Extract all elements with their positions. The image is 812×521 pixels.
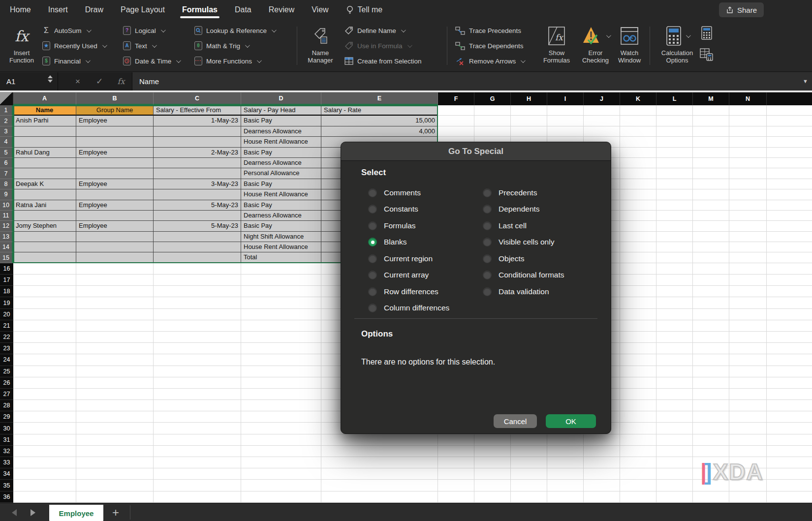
grid-cell[interactable] xyxy=(656,158,693,168)
row-header[interactable]: 21 xyxy=(0,320,13,332)
grid-cell[interactable] xyxy=(76,446,154,457)
grid-cell[interactable] xyxy=(76,286,154,297)
grid-cell[interactable] xyxy=(693,320,729,332)
grid-cell[interactable] xyxy=(729,189,767,200)
grid-cell[interactable] xyxy=(511,116,547,126)
radio-icon[interactable] xyxy=(483,254,492,263)
grid-cell[interactable] xyxy=(656,116,693,126)
grid-cell[interactable] xyxy=(767,263,812,275)
grid-cell[interactable] xyxy=(620,457,656,468)
grid-cell[interactable] xyxy=(656,400,693,411)
grid-cell[interactable] xyxy=(729,179,767,189)
radio-icon[interactable] xyxy=(483,238,492,246)
grid-cell[interactable] xyxy=(154,158,241,168)
grid-cell[interactable] xyxy=(241,389,321,400)
show-formulas-button[interactable]: fx Show Formulas xyxy=(537,23,576,64)
tab-view[interactable]: View xyxy=(312,0,328,20)
grid-cell[interactable] xyxy=(13,320,76,332)
radio-icon[interactable] xyxy=(368,287,377,296)
column-header[interactable]: B xyxy=(76,92,154,105)
grid-cell[interactable] xyxy=(241,480,321,491)
grid-cell[interactable] xyxy=(693,211,729,221)
grid-cell[interactable]: Employee xyxy=(76,179,154,189)
row-header[interactable]: 33 xyxy=(0,457,13,468)
tab-page-layout[interactable]: Page Layout xyxy=(121,0,165,20)
grid-cell[interactable] xyxy=(656,252,693,263)
grid-cell[interactable] xyxy=(620,354,656,366)
grid-cell[interactable] xyxy=(620,275,656,286)
grid-cell[interactable] xyxy=(693,434,729,446)
grid-cell[interactable] xyxy=(620,211,656,221)
grid-cell[interactable] xyxy=(76,354,154,366)
grid-cell[interactable]: Salary - Pay Head xyxy=(241,105,321,116)
grid-cell[interactable] xyxy=(584,457,620,468)
grid-cell[interactable] xyxy=(620,423,656,434)
grid-cell[interactable] xyxy=(767,221,812,231)
grid-cell[interactable] xyxy=(729,309,767,320)
grid-cell[interactable] xyxy=(656,377,693,389)
radio-option-precedents[interactable]: Precedents xyxy=(483,184,564,201)
grid-cell[interactable] xyxy=(154,480,241,491)
grid-cell[interactable] xyxy=(13,309,76,320)
column-header[interactable]: G xyxy=(474,92,511,105)
grid-cell[interactable] xyxy=(767,211,812,221)
grid-cell[interactable] xyxy=(76,168,154,179)
grid-cell[interactable]: Basic Pay xyxy=(241,221,321,231)
grid-cell[interactable] xyxy=(438,468,474,480)
grid-cell[interactable] xyxy=(729,286,767,297)
grid-cell[interactable] xyxy=(693,252,729,263)
radio-option-column-differences[interactable]: Column differences xyxy=(368,300,449,317)
grid-cell[interactable]: Rahul Dang xyxy=(13,148,76,158)
grid-cell[interactable]: Basic Pay xyxy=(241,200,321,211)
grid-cell[interactable] xyxy=(620,332,656,343)
radio-option-current-region[interactable]: Current region xyxy=(368,250,449,267)
grid-cell[interactable] xyxy=(13,366,76,377)
name-manager-button[interactable]: Name Manager xyxy=(301,23,340,64)
grid-cell[interactable] xyxy=(767,286,812,297)
grid-cell[interactable] xyxy=(767,457,812,468)
more-functions-button[interactable]: ··· More Functions xyxy=(194,55,260,67)
grid-cell[interactable] xyxy=(241,275,321,286)
grid-cell[interactable] xyxy=(154,168,241,179)
grid-cell[interactable] xyxy=(767,168,812,179)
grid-cell[interactable] xyxy=(584,480,620,491)
grid-cell[interactable] xyxy=(241,297,321,308)
calculate-sheet-button[interactable] xyxy=(700,48,714,61)
radio-option-blanks[interactable]: Blanks xyxy=(368,234,449,251)
grid-cell[interactable] xyxy=(241,332,321,343)
grid-cell[interactable] xyxy=(13,232,76,242)
row-header[interactable]: 13 xyxy=(0,232,13,242)
grid-cell[interactable] xyxy=(13,354,76,366)
grid-cell[interactable] xyxy=(474,468,511,480)
grid-cell[interactable] xyxy=(154,468,241,480)
grid-cell[interactable] xyxy=(767,189,812,200)
grid-cell[interactable] xyxy=(767,126,812,137)
grid-cell[interactable] xyxy=(584,126,620,137)
grid-cell[interactable] xyxy=(656,457,693,468)
grid-cell[interactable] xyxy=(620,126,656,137)
grid-cell[interactable] xyxy=(438,491,474,503)
grid-cell[interactable] xyxy=(620,105,656,116)
grid-cell[interactable] xyxy=(693,389,729,400)
grid-cell[interactable] xyxy=(241,343,321,354)
grid-cell[interactable] xyxy=(154,366,241,377)
grid-cell[interactable] xyxy=(693,366,729,377)
grid-cell[interactable] xyxy=(729,137,767,147)
grid-cell[interactable] xyxy=(693,242,729,252)
cancel-entry-icon[interactable]: × xyxy=(67,77,89,87)
grid-cell[interactable] xyxy=(321,480,438,491)
grid-cell[interactable] xyxy=(767,480,812,491)
row-header[interactable]: 25 xyxy=(0,366,13,377)
row-header[interactable]: 2 xyxy=(0,116,13,126)
grid-cell[interactable] xyxy=(584,491,620,503)
grid-cell[interactable] xyxy=(154,252,241,263)
row-header[interactable]: 11 xyxy=(0,211,13,221)
grid-cell[interactable] xyxy=(13,491,76,503)
grid-cell[interactable] xyxy=(154,354,241,366)
calculate-now-button[interactable] xyxy=(701,26,713,40)
grid-cell[interactable] xyxy=(13,446,76,457)
grid-cell[interactable] xyxy=(154,286,241,297)
grid-cell[interactable]: Total xyxy=(241,252,321,263)
grid-cell[interactable] xyxy=(76,137,154,147)
grid-cell[interactable] xyxy=(76,366,154,377)
